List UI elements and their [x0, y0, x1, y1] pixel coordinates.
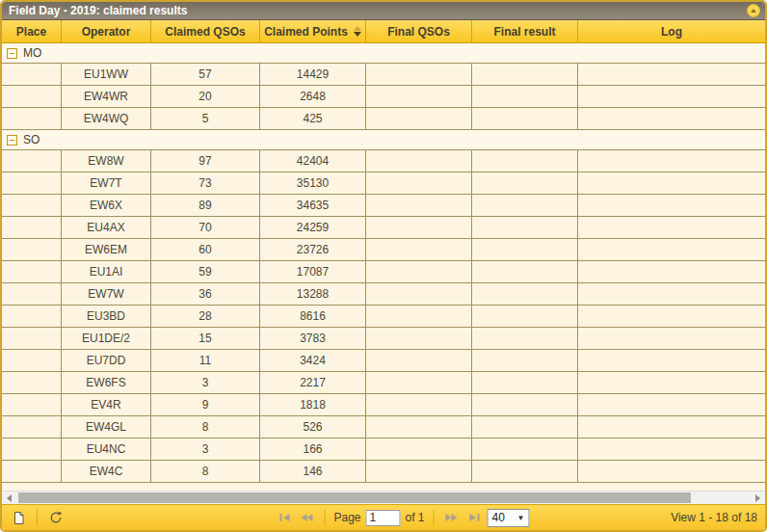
cell-log: [578, 394, 765, 415]
group-row-so[interactable]: SO: [2, 130, 765, 150]
column-header-claimed-qsos[interactable]: Claimed QSOs: [151, 20, 260, 42]
cell-operator: EU1WW: [62, 64, 151, 85]
scrollbar-thumb[interactable]: [18, 492, 691, 503]
cell-claimed-qsos: 89: [151, 195, 260, 216]
table-row[interactable]: EU7DD113424: [2, 350, 765, 372]
scroll-left-button[interactable]: [2, 492, 16, 505]
cell-claimed-points: 42404: [260, 150, 366, 172]
sort-desc-icon[interactable]: [354, 32, 361, 37]
cell-claimed-qsos: 15: [151, 328, 260, 349]
cell-final-qsos: [366, 416, 472, 438]
group-row-mo[interactable]: MO: [2, 43, 765, 64]
table-row[interactable]: EU1WW5714429: [2, 64, 765, 86]
cell-claimed-qsos: 20: [151, 86, 260, 107]
cell-log: [578, 461, 765, 482]
sort-asc-icon[interactable]: [354, 26, 361, 31]
cell-final-qsos: [366, 173, 472, 194]
cell-place: [2, 261, 62, 282]
table-row[interactable]: EW4WR202648: [2, 86, 765, 108]
table-row[interactable]: EV4R91818: [2, 394, 765, 416]
cell-final-result: [472, 150, 578, 172]
table-row[interactable]: EW4WQ5425: [2, 108, 765, 130]
new-document-icon: [13, 512, 24, 524]
column-header-label: Log: [661, 25, 682, 39]
table-row[interactable]: EW6EM6023726: [2, 239, 765, 261]
cell-place: [2, 416, 62, 438]
cell-final-qsos: [366, 372, 472, 393]
last-page-button[interactable]: [465, 510, 483, 525]
cell-claimed-qsos: 73: [151, 173, 260, 194]
column-header-operator[interactable]: Operator: [62, 20, 151, 42]
cell-operator: EU1AI: [62, 261, 151, 282]
table-row[interactable]: EW7W3613288: [2, 283, 765, 306]
new-document-button[interactable]: [10, 509, 27, 526]
column-header-final-result[interactable]: Final result: [472, 20, 578, 42]
cell-log: [578, 217, 765, 238]
cell-operator: EU4NC: [62, 439, 151, 460]
cell-operator: EU1DE/2: [62, 328, 151, 349]
table-row[interactable]: EU1AI5917087: [2, 261, 765, 283]
cell-claimed-qsos: 9: [151, 394, 260, 415]
pager-separator: [434, 510, 435, 526]
cell-final-qsos: [366, 461, 472, 482]
cell-place: [2, 195, 62, 216]
page-size-value: 40: [492, 511, 505, 524]
cell-final-qsos: [366, 150, 472, 172]
cell-log: [578, 261, 765, 282]
table-row[interactable]: EW6FS32217: [2, 372, 765, 394]
table-row[interactable]: EW7T7335130: [2, 173, 765, 195]
column-header-log[interactable]: Log: [578, 20, 765, 42]
table-row[interactable]: EW6X8934635: [2, 195, 765, 217]
column-header-claimed-points[interactable]: Claimed Points: [260, 20, 366, 42]
table-row[interactable]: EU4AX7024259: [2, 217, 765, 239]
cell-place: [2, 394, 62, 415]
cell-claimed-qsos: 8: [151, 416, 260, 438]
cell-final-qsos: [366, 394, 472, 415]
table-row[interactable]: EW8W9742404: [2, 150, 765, 173]
cell-claimed-points: 2217: [260, 372, 366, 393]
cell-final-result: [472, 173, 578, 194]
cell-claimed-points: 34635: [260, 195, 366, 216]
cell-claimed-points: 13288: [260, 283, 366, 305]
prev-page-button[interactable]: [298, 510, 315, 525]
column-header-label: Claimed Points: [264, 25, 348, 39]
page-count-label: of 1: [406, 511, 425, 524]
cell-final-result: [472, 439, 578, 460]
prev-page-icon: [300, 513, 313, 522]
collapse-group-icon[interactable]: [7, 48, 17, 59]
page-number-input[interactable]: [366, 510, 401, 526]
cell-operator: EW7W: [62, 283, 151, 305]
scroll-right-button[interactable]: [751, 492, 765, 505]
cell-claimed-points: 1818: [260, 394, 366, 415]
cell-claimed-points: 14429: [260, 64, 366, 85]
next-page-button[interactable]: [443, 510, 461, 525]
cell-log: [578, 108, 765, 129]
cell-claimed-qsos: 59: [151, 261, 260, 282]
table-row[interactable]: EW4GL8526: [2, 416, 765, 439]
table-row[interactable]: EU4NC3166: [2, 439, 765, 461]
cell-log: [578, 86, 765, 107]
cell-log: [578, 372, 765, 393]
cell-claimed-qsos: 3: [151, 439, 260, 460]
cell-claimed-qsos: 36: [151, 283, 260, 305]
cell-place: [2, 439, 62, 460]
table-row[interactable]: EW4C8146: [2, 461, 765, 483]
page-size-select[interactable]: 40 ▼: [488, 509, 530, 527]
refresh-button[interactable]: [47, 509, 65, 526]
cell-final-qsos: [366, 195, 472, 216]
column-header-final-qsos[interactable]: Final QSOs: [366, 20, 472, 42]
first-page-button[interactable]: [276, 510, 293, 525]
cell-place: [2, 306, 62, 327]
pager-toolbar: [10, 509, 65, 526]
column-header-place[interactable]: Place: [2, 20, 62, 42]
cell-operator: EU4AX: [62, 217, 151, 238]
collapse-group-icon[interactable]: [7, 135, 17, 146]
table-row[interactable]: EU1DE/2153783: [2, 328, 765, 350]
cell-log: [578, 64, 765, 85]
grid-title: Field Day - 2019: claimed results: [9, 4, 187, 17]
table-row[interactable]: EU3BD288616: [2, 306, 765, 328]
cell-operator: EV4R: [62, 394, 151, 415]
collapse-panel-button[interactable]: [747, 4, 760, 17]
cell-final-result: [472, 64, 578, 85]
cell-claimed-qsos: 70: [151, 217, 260, 238]
